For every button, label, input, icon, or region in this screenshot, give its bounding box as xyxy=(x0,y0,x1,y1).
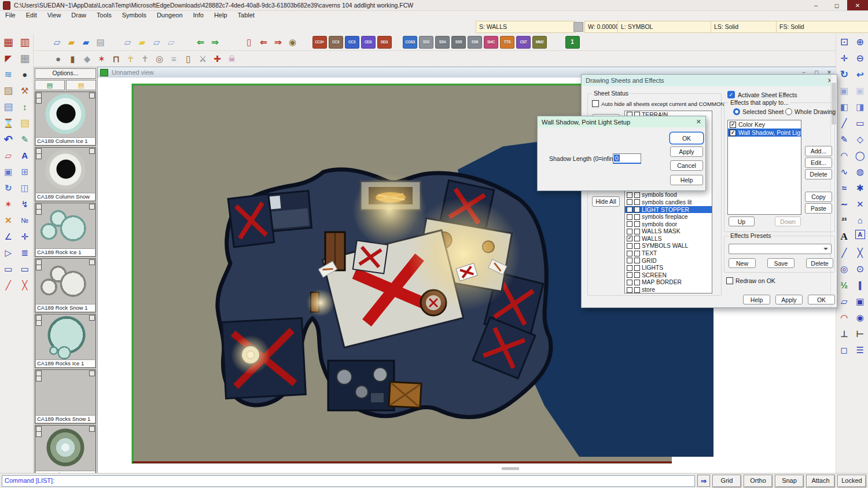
effect-checkbox[interactable]: ✓ xyxy=(730,130,736,136)
sheet-auto-checkbox[interactable] xyxy=(634,207,640,212)
text-icon[interactable]: A xyxy=(837,230,852,243)
menu-item[interactable]: View xyxy=(42,12,67,19)
sheets-help-button[interactable]: Help xyxy=(743,295,770,304)
wall-tool-icon[interactable]: ▦ xyxy=(1,35,16,49)
line-node-icon[interactable]: ╱ xyxy=(837,246,852,259)
trim-icon[interactable]: ▷ xyxy=(1,246,16,259)
sheet-status-field[interactable]: S: WALLS xyxy=(476,21,576,33)
treasure-chest-icon[interactable]: ▮ xyxy=(65,52,80,66)
outline-icon[interactable]: ▣ xyxy=(852,295,867,308)
catalog-mm2-button[interactable]: MM2 xyxy=(532,36,547,49)
open-icon[interactable]: ▰ xyxy=(64,35,79,49)
sheet-auto-checkbox[interactable] xyxy=(634,214,640,220)
sheet-hidden-checkbox[interactable] xyxy=(627,258,632,263)
monster-icon[interactable]: ☠ xyxy=(225,52,239,66)
sheet-hidden-checkbox[interactable] xyxy=(627,272,632,278)
measure-icon[interactable]: ∠ xyxy=(1,230,16,243)
mirror-icon[interactable]: ◫ xyxy=(17,181,32,195)
delete-effect-button[interactable]: Delete xyxy=(805,169,832,179)
whole-drawing-radio-row[interactable]: Whole Drawing xyxy=(785,108,836,115)
sheet-auto-checkbox[interactable] xyxy=(634,199,640,205)
menu-item[interactable]: Tools xyxy=(91,12,117,19)
drawing-properties-icon[interactable]: ▱ xyxy=(120,35,135,49)
catalog-favorites-button[interactable]: 1 xyxy=(565,36,580,49)
paste-effect-button[interactable]: Paste xyxy=(805,203,832,214)
status-toggle-button[interactable]: Grid xyxy=(712,475,741,487)
copy-icon[interactable]: ▣ xyxy=(1,165,16,178)
wheel-icon[interactable]: ◎ xyxy=(152,52,167,66)
sheets-ok-button[interactable]: OK xyxy=(808,295,835,304)
shadow-help-button[interactable]: Help xyxy=(670,175,703,185)
color-text-icon[interactable]: A xyxy=(17,149,32,162)
sheet-row[interactable]: LIGHT STOPPER xyxy=(625,206,712,214)
catalog-shc-button[interactable]: SHC xyxy=(484,36,498,49)
paste-sheet-icon[interactable]: ▣ xyxy=(852,84,867,97)
thumb-rotate-button[interactable] xyxy=(89,93,95,98)
add-effect-button[interactable]: Add... xyxy=(805,146,832,156)
multipoly-tool-icon[interactable]: ✕ xyxy=(852,197,867,211)
activate-effects-row[interactable]: ✓ Activate Sheet Effects xyxy=(727,91,797,98)
status-toggle-button[interactable]: Snap xyxy=(775,475,804,487)
preset-save-button[interactable]: Save xyxy=(767,258,795,268)
next-catalog-icon[interactable]: ⇒ xyxy=(271,35,285,49)
redraw-checkbox-row[interactable]: Redraw on OK xyxy=(726,277,775,284)
thumb-scale-button[interactable] xyxy=(36,209,42,215)
menu-item[interactable]: Info xyxy=(188,12,209,19)
zoom-out-icon[interactable]: ⊖ xyxy=(852,52,867,65)
send-to-back-icon[interactable]: ◨ xyxy=(852,100,867,113)
redraw-checkbox[interactable] xyxy=(726,277,733,284)
rotate-icon[interactable]: ↻ xyxy=(1,181,16,195)
symbol-thumbnail[interactable]: CA189 Rock Snow 1 xyxy=(35,258,96,313)
previous-catalog-icon[interactable]: ⇐ xyxy=(256,35,271,49)
segment-icon[interactable]: ╱ xyxy=(1,278,16,292)
wall-break-icon[interactable]: ⊥ xyxy=(837,327,852,340)
selected-sheet-radio-row[interactable]: Selected Sheet xyxy=(733,108,784,115)
sheet-auto-checkbox[interactable] xyxy=(634,229,640,234)
squares-icon[interactable]: ◻ xyxy=(837,343,852,357)
thumb-rotate-button[interactable] xyxy=(89,370,95,376)
sheet-row[interactable]: symbols fireplace xyxy=(625,213,712,221)
shadow-cancel-button[interactable]: Cancel xyxy=(670,160,703,171)
thumb-scale-button[interactable] xyxy=(36,98,42,104)
width-field[interactable]: W: 0.00000 xyxy=(584,21,620,33)
menu-item[interactable]: Tablet xyxy=(233,12,260,19)
tree-mover-icon[interactable]: ↕ xyxy=(17,100,32,113)
sheet-auto-checkbox[interactable] xyxy=(634,236,640,241)
terrain-tool-icon[interactable]: ▨ xyxy=(1,84,16,97)
thumb-rotate-button[interactable] xyxy=(89,259,95,265)
shadow-apply-button[interactable]: Apply xyxy=(670,146,703,157)
effect-row[interactable]: ✓ Wall Shadow, Point Light S xyxy=(728,129,801,137)
squiggle-tool-icon[interactable]: ∼ xyxy=(837,197,852,211)
catalog-dd3-button[interactable]: DD3 xyxy=(377,36,392,49)
menu-item[interactable]: Dungeon xyxy=(152,12,188,19)
curve-tool-icon[interactable]: ∿ xyxy=(837,165,852,178)
stairs-icon[interactable]: ≡ xyxy=(167,52,181,66)
coords-icon[interactable]: ✛ xyxy=(17,230,32,243)
catalog-ss4-button[interactable]: SS4 xyxy=(435,36,450,49)
sheet-row[interactable]: TEXT xyxy=(625,249,712,257)
sheet-hidden-checkbox[interactable] xyxy=(627,199,632,205)
thumb-rotate-button[interactable] xyxy=(89,204,95,210)
sheet-hidden-checkbox[interactable] xyxy=(627,192,632,198)
sheet-row[interactable]: MAP BORDER xyxy=(625,279,712,287)
menu-item[interactable]: Draw xyxy=(66,12,91,19)
fill-style-field[interactable]: FS: Solid xyxy=(776,21,868,33)
shadow-length-input[interactable]: 0 xyxy=(613,153,641,164)
catalog-cst-button[interactable]: CST xyxy=(516,36,531,49)
sheet-hidden-checkbox[interactable] xyxy=(627,251,632,256)
select-rect-icon[interactable]: ▭ xyxy=(1,262,16,276)
circle-center-icon[interactable]: ⊙ xyxy=(852,262,867,276)
undo-icon[interactable]: ↶ xyxy=(1,133,16,146)
copy-effect-button[interactable]: Copy xyxy=(805,192,832,202)
table-icon[interactable]: ⊓ xyxy=(109,52,123,66)
catalog-ss5-button[interactable]: SS5 xyxy=(451,36,466,49)
symbol-thumbnail[interactable]: CA189 Rock Ice 1 xyxy=(35,203,96,257)
thumb-scale-button[interactable] xyxy=(36,320,42,326)
note-icon[interactable]: ▰ xyxy=(135,35,149,49)
close-button[interactable]: ✕ xyxy=(847,0,868,10)
grave-cross-icon[interactable]: ✝ xyxy=(138,52,152,66)
offset-icon[interactable]: ≣ xyxy=(17,246,32,259)
bring-to-front-icon[interactable]: ◧ xyxy=(837,100,852,113)
catalog-search-icon[interactable]: ◉ xyxy=(285,35,300,49)
connect-line-icon[interactable]: ╳ xyxy=(852,246,867,259)
